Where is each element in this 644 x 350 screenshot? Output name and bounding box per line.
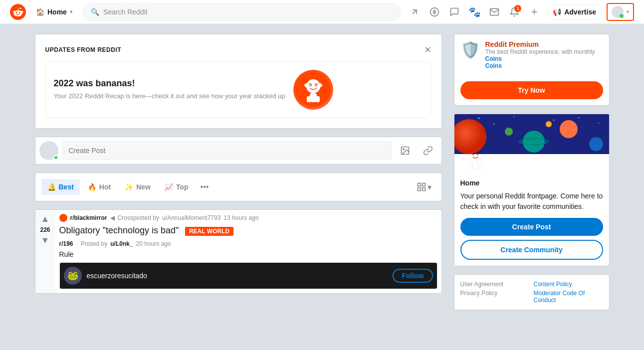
svg-point-6 (309, 84, 311, 86)
image-post-button[interactable] (396, 141, 415, 160)
svg-point-26 (598, 123, 599, 124)
coins-icon-btn[interactable] (427, 4, 442, 20)
search-placeholder: Search Reddit (103, 8, 148, 16)
svg-point-31 (560, 120, 578, 138)
moderator-code-link[interactable]: Moderator Code Of Conduct (534, 290, 603, 304)
home-icon: 🏠 (36, 8, 44, 16)
svg-point-23 (513, 116, 514, 117)
home-label: Home (47, 8, 67, 16)
privacy-policy-link[interactable]: Privacy Policy (460, 290, 530, 304)
svg-point-30 (519, 139, 549, 145)
footer-links: User Agreement Content Policy Privacy Po… (454, 274, 610, 310)
notification-icon-btn[interactable]: 1 (506, 4, 522, 20)
updates-header: UPDATES FROM REDDIT ✕ (45, 44, 431, 55)
post-subreddit[interactable]: r/blackmirror (70, 214, 107, 221)
trending-icon (410, 7, 420, 17)
post-rule-label: Rule (59, 250, 437, 258)
upvote-button[interactable]: ▲ (41, 214, 50, 224)
sort-bar: 🔔 Best 🔥 Hot ✨ New 📈 Top ••• (35, 173, 442, 201)
sort-top-tab[interactable]: 📈 Top (159, 179, 195, 195)
user-menu-button[interactable]: ▾ (607, 3, 634, 21)
user-avatar-small (39, 141, 58, 160)
sort-best-tab[interactable]: 🔔 Best (41, 179, 80, 195)
best-label: Best (59, 183, 74, 191)
svg-rect-43 (469, 165, 472, 170)
coins-icon (429, 7, 439, 17)
crosspost-label: Crossposted by (118, 214, 159, 221)
message-icon-btn[interactable] (486, 4, 502, 20)
post-title-line: Obligatory "technology is bad" REAL WORL… (59, 225, 437, 236)
recap-art (296, 72, 331, 107)
home-desc-text: Your personal Reddit frontpage. Come her… (460, 192, 603, 210)
sort-new-tab[interactable]: ✨ New (119, 179, 157, 195)
vote-count: 226 (40, 226, 50, 233)
crosspost-indicator: ◀ (110, 214, 115, 221)
svg-point-34 (546, 121, 552, 127)
sort-more-button[interactable]: ••• (197, 178, 213, 195)
message-icon (489, 7, 499, 17)
search-icon: 🔍 (91, 8, 99, 16)
hot-icon: 🔥 (88, 183, 96, 191)
update-heading: 2022 was bananas! (54, 78, 285, 89)
post-source-sub[interactable]: r/196 (59, 240, 73, 247)
updates-card: UPDATES FROM REDDIT ✕ 2022 was bananas! … (35, 34, 442, 129)
advertise-label: Advertise (564, 8, 596, 16)
advertise-button[interactable]: 📢 Advertise (546, 4, 603, 19)
svg-point-21 (478, 118, 479, 119)
post-card: ▲ 226 ▼ r/blackmirror ◀ Crossposted by u… (35, 209, 442, 294)
chat-icon (449, 7, 459, 17)
downvote-button[interactable]: ▼ (41, 235, 50, 246)
view-icon (417, 182, 427, 192)
main-layout: UPDATES FROM REDDIT ✕ 2022 was bananas! … (23, 24, 622, 320)
content-policy-link[interactable]: Content Policy (534, 281, 603, 288)
best-icon: 🔔 (47, 183, 56, 191)
trending-icon-btn[interactable] (407, 4, 423, 20)
notification-badge: 1 (514, 5, 521, 12)
update-description: Your 2022 Reddit Recap is here—check it … (54, 92, 285, 101)
top-label: Top (176, 183, 189, 191)
top-icon: 📈 (165, 183, 173, 191)
update-image (293, 70, 333, 110)
post-posted-label: Posted by (81, 240, 107, 247)
svg-rect-18 (422, 188, 425, 191)
home-widget-title: Home (460, 179, 603, 187)
home-nav[interactable]: 🏠 Home ▾ (32, 6, 76, 18)
view-toggle-button[interactable]: ▾ (413, 178, 435, 196)
svg-point-22 (493, 124, 494, 125)
crosspost-preview[interactable]: 🐸 escuerzoresucitado Follow (59, 262, 437, 289)
sidebar-create-community-button[interactable]: Create Community (460, 240, 603, 260)
update-item[interactable]: 2022 was bananas! Your 2022 Reddit Recap… (45, 61, 431, 118)
sort-hot-tab[interactable]: 🔥 Hot (82, 179, 117, 195)
post-user[interactable]: u/L0nk_ (110, 240, 133, 247)
premium-text: Reddit Premium The best Reddit experienc… (485, 40, 603, 71)
link-post-button[interactable] (419, 141, 437, 160)
footer-links-grid: User Agreement Content Policy Privacy Po… (460, 281, 603, 304)
snoo-icon-btn[interactable]: 🐾 (466, 4, 482, 20)
view-chevron-icon: ▾ (428, 182, 431, 192)
svg-rect-15 (418, 183, 421, 186)
snoo-icon: 🐾 (468, 6, 481, 18)
sidebar-create-post-button[interactable]: Create Post (460, 218, 603, 236)
add-icon-btn[interactable]: + (526, 4, 542, 20)
search-bar[interactable]: 🔍 Search Reddit (82, 3, 401, 21)
crosspost-user[interactable]: u/AnnualMoment7793 (162, 214, 220, 221)
user-agreement-link[interactable]: User Agreement (460, 281, 530, 288)
follow-button[interactable]: Follow (393, 269, 432, 283)
premium-header: 🛡️ Reddit Premium The best Reddit experi… (460, 40, 603, 71)
reddit-logo[interactable] (10, 4, 26, 20)
reddit-logo-icon (10, 4, 26, 20)
create-post-input[interactable] (62, 141, 392, 160)
post-tag[interactable]: REAL WORLD (185, 227, 233, 236)
svg-rect-11 (307, 96, 311, 102)
chat-icon-btn[interactable] (446, 4, 462, 20)
try-now-button[interactable]: Try Now (460, 81, 603, 99)
close-updates-button[interactable]: ✕ (424, 44, 431, 55)
post-meta: r/blackmirror ◀ Crossposted by u/AnnualM… (59, 214, 437, 222)
new-label: New (136, 183, 151, 191)
new-icon: ✨ (125, 183, 133, 191)
post-body: r/blackmirror ◀ Crossposted by u/AnnualM… (55, 210, 441, 293)
premium-desc: The best Reddit experience, with monthly… (485, 48, 603, 69)
crosspost-preview-user: escuerzoresucitado (87, 272, 147, 280)
header-icons: 🐾 1 + 📢 Advertise ▾ (407, 3, 634, 21)
svg-point-33 (505, 128, 513, 136)
